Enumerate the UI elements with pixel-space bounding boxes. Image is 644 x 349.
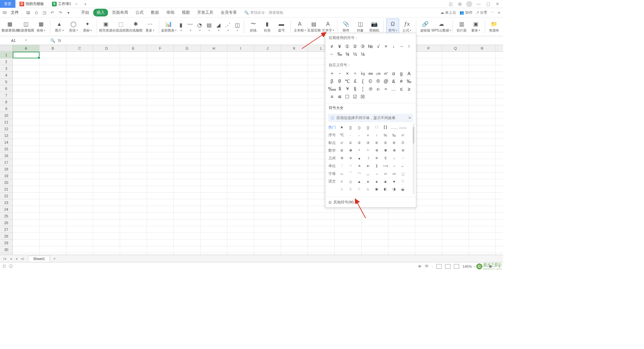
ribbon-barh[interactable]: ▤ — [205, 18, 213, 35]
sheet-nav[interactable]: ▸| — [20, 257, 25, 260]
symbol-item[interactable]: ★ — [337, 123, 346, 131]
symbol-item[interactable]: ㎝ — [374, 69, 382, 77]
ribbon-resfolder[interactable]: 📁资源夹 — [488, 18, 500, 35]
record-macro-icon[interactable]: ◻ — [3, 264, 6, 269]
maximize-button[interactable]: ▢ — [485, 1, 491, 7]
symbol-item[interactable]: ⌐ — [398, 162, 407, 170]
row-header[interactable]: 27 — [0, 226, 12, 233]
ribbon-wpscloud[interactable]: ☁WPS云数据 — [433, 18, 450, 35]
symbol-item[interactable]: ⟶ — [381, 162, 390, 170]
col-header[interactable]: C — [66, 45, 93, 51]
symbol-item[interactable]: ½ — [351, 50, 359, 58]
ribbon-icons[interactable]: ✦图标 — [81, 18, 94, 35]
col-header[interactable]: P — [415, 45, 442, 51]
col-header[interactable]: Q — [442, 45, 469, 51]
print-preview-icon[interactable]: ◳ — [42, 10, 47, 15]
symbol-item[interactable]: ＋ — [328, 69, 336, 77]
new-tab-button[interactable]: + — [82, 0, 90, 8]
row-header[interactable]: 10 — [0, 112, 12, 119]
symbol-item[interactable]: … — [390, 85, 397, 93]
row-header[interactable]: 15 — [0, 146, 12, 152]
symbol-item[interactable]: ☐ — [343, 93, 351, 100]
symbol-item[interactable]: ◉ — [372, 185, 381, 193]
symbol-category[interactable]: 字母 — [327, 170, 337, 178]
symbol-item[interactable]: ❋ — [346, 147, 355, 154]
title-tab[interactable]: 首页 — [0, 0, 15, 8]
ribbon-spark1[interactable]: 〜折线 — [247, 18, 260, 35]
ribbon-textbox[interactable]: A文本框 — [293, 18, 306, 35]
symbol-item[interactable]: ℃ — [337, 131, 346, 139]
symbol-item[interactable]: ❃ — [381, 147, 390, 154]
symbol-item[interactable]: ※ — [346, 154, 355, 162]
ribbon-area[interactable]: ◢ — [214, 18, 222, 35]
symbol-item[interactable]: ⑤ — [381, 139, 390, 147]
symbol-item[interactable]: Α — [405, 69, 413, 77]
row-header[interactable]: 22 — [0, 193, 12, 199]
symbol-item[interactable]: ◐ — [381, 185, 390, 193]
row-header[interactable]: 7 — [0, 92, 12, 99]
sheet-nav[interactable]: ▸ — [14, 257, 19, 260]
symbol-item[interactable]: ● — [355, 154, 364, 162]
symbol-item[interactable]: ㎏ — [359, 69, 367, 77]
col-header[interactable]: B — [40, 45, 66, 51]
symbol-item[interactable]: ‱ — [328, 85, 336, 93]
symbol-item[interactable]: ㎡ — [398, 131, 407, 139]
menu-tab[interactable]: 数据 — [148, 9, 162, 16]
sheet-tab[interactable]: Sheet1 — [28, 256, 50, 261]
symbol-item[interactable]: ≥ — [405, 85, 413, 93]
name-box[interactable]: A1 — [0, 39, 34, 43]
symbol-item[interactable]: ￡ — [351, 77, 359, 85]
ribbon-table[interactable]: ▦表格 — [35, 18, 47, 35]
row-header[interactable]: 20 — [0, 179, 12, 186]
symbol-item[interactable]: √ — [374, 42, 382, 50]
symbol-item[interactable]: ⌣ — [372, 170, 381, 178]
symbol-item[interactable]: 【】 — [381, 123, 390, 131]
symbol-item[interactable]: ♦ — [364, 178, 372, 185]
symbol-item[interactable]: ▲ — [355, 178, 364, 185]
ribbon-object[interactable]: ◫对象 — [354, 18, 367, 35]
ribbon-more[interactable]: ⋯更多 — [144, 18, 156, 35]
ribbon-resource[interactable]: ▣稻壳资源 — [99, 18, 112, 35]
symbol-item[interactable]: ㎡ — [382, 69, 390, 77]
symbol-item[interactable]: ☑ — [351, 93, 359, 100]
ribbon-wordart[interactable]: A艺术字 — [322, 18, 334, 35]
ribbon-mind[interactable]: ✱在线脑图 — [129, 18, 142, 35]
ribbon-attach[interactable]: 📎附件 — [340, 18, 353, 35]
symbol-item[interactable]: ～ — [390, 162, 398, 170]
cloud-status[interactable]: ☁未上云 — [440, 10, 456, 15]
row-header[interactable]: 16 — [0, 152, 12, 159]
symbol-category[interactable]: 标点 — [327, 139, 337, 147]
symbol-item[interactable]: α — [390, 69, 397, 77]
symbol-item[interactable]: ▭ — [390, 170, 398, 178]
zoom-out[interactable]: − — [473, 264, 475, 268]
symbol-item[interactable]: ∷ — [346, 162, 355, 170]
symbol-item[interactable]: ￥ — [343, 85, 351, 93]
fx-label[interactable]: fx — [58, 38, 61, 43]
row-header[interactable]: 4 — [0, 72, 12, 79]
symbol-item[interactable]: ⑧ — [337, 147, 346, 154]
col-header[interactable]: K — [281, 45, 308, 51]
symbol-item[interactable]: * — [355, 147, 364, 154]
menu-tab[interactable]: 会员专享 — [217, 9, 240, 16]
symbol-item[interactable]: ≡ — [328, 93, 336, 100]
symbol-item[interactable]: ◓ — [337, 193, 346, 194]
close-banner[interactable]: ✕ — [408, 116, 411, 120]
more-menu[interactable]: ⋯ — [491, 10, 494, 15]
symbol-item[interactable]: ℮ — [374, 85, 382, 93]
symbol-item[interactable]: ¥ — [336, 42, 343, 50]
symbol-item[interactable]: ⌒ — [346, 170, 355, 178]
symbol-item[interactable]: ① — [343, 42, 351, 50]
cell-grid[interactable] — [13, 52, 503, 255]
symbol-item[interactable]: № — [367, 42, 374, 50]
symbol-item[interactable]: × — [364, 131, 372, 139]
symbol-item[interactable]: ← — [328, 50, 336, 58]
symbol-item[interactable]: ♧ — [346, 185, 355, 193]
menu-tab[interactable]: 插入 — [93, 9, 108, 16]
symbol-item[interactable]: ÷ — [351, 69, 359, 77]
symbol-category[interactable]: 热门 — [327, 123, 337, 131]
symbol-category[interactable]: 几何 — [327, 154, 337, 162]
symbol-item[interactable]: ❊ — [398, 147, 407, 154]
symbol-item[interactable]: ℃ — [343, 77, 351, 85]
symbol-category[interactable]: 语文 — [327, 178, 337, 185]
ribbon-hyperlink[interactable]: 🔗超链接 — [419, 18, 432, 35]
